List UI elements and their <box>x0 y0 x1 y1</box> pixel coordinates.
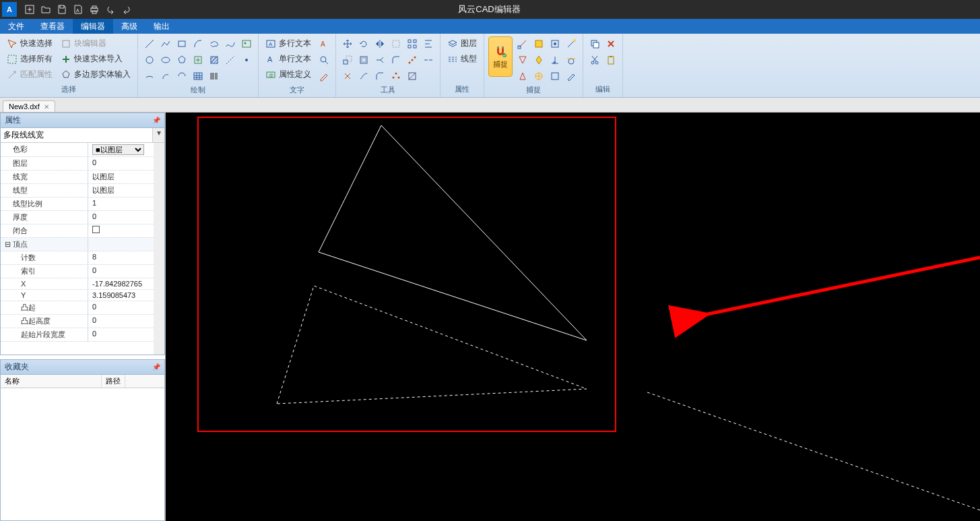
snap-perpendicular-icon[interactable] <box>548 53 562 67</box>
drawing-canvas[interactable] <box>166 113 980 521</box>
polyline-icon[interactable] <box>158 36 173 51</box>
snap-insert-icon[interactable] <box>531 69 546 84</box>
point-icon[interactable] <box>239 53 254 67</box>
undo-icon[interactable] <box>104 3 117 16</box>
closed-checkbox[interactable] <box>92 226 100 233</box>
mtext-button[interactable]: A多行文本 <box>263 36 314 51</box>
find-text-icon[interactable] <box>317 53 331 67</box>
layer-button[interactable]: 图层 <box>445 36 480 51</box>
snap-grid-icon[interactable] <box>564 69 579 84</box>
menu-editor[interactable]: 编辑器 <box>73 19 113 34</box>
rectangle-icon[interactable] <box>174 36 189 51</box>
offset-icon[interactable] <box>356 53 371 67</box>
scrollbar[interactable] <box>154 143 164 355</box>
align-icon[interactable] <box>421 36 436 51</box>
quick-select-button[interactable]: 快速选择 <box>4 36 55 51</box>
prop-row-ltscale[interactable]: 线型比例1 <box>1 197 154 211</box>
prop-row-linetype[interactable]: 线型以图层 <box>1 184 154 197</box>
table-icon[interactable] <box>191 69 205 84</box>
print-icon[interactable] <box>88 3 101 16</box>
ellipse-icon[interactable] <box>158 53 173 67</box>
menu-file[interactable]: 文件 <box>0 19 32 34</box>
break-icon[interactable] <box>421 53 436 67</box>
rotate-icon[interactable] <box>356 36 371 51</box>
divide-icon[interactable] <box>405 69 420 84</box>
attrdef-button[interactable]: @属性定义 <box>263 67 314 82</box>
array-path-icon[interactable] <box>405 53 420 67</box>
array-icon[interactable] <box>405 36 420 51</box>
snap-intersection-icon[interactable] <box>531 53 546 67</box>
prop-row-layer[interactable]: 图层0 <box>1 157 154 171</box>
delete-icon[interactable] <box>603 36 618 51</box>
fav-col-name[interactable]: 名称 <box>1 375 102 388</box>
snap-parallel-icon[interactable] <box>548 69 562 84</box>
snap-nearest-icon[interactable] <box>515 69 530 84</box>
dash-line-icon[interactable] <box>223 53 238 67</box>
prop-row-x[interactable]: X-17.842982765 <box>1 278 154 290</box>
trim-icon[interactable] <box>389 36 403 51</box>
menu-viewer[interactable]: 查看器 <box>32 19 73 34</box>
color-select[interactable]: ■以图层 <box>92 144 144 155</box>
select-all-button[interactable]: 选择所有 <box>4 52 55 66</box>
pin-icon[interactable]: 📌 <box>152 363 160 371</box>
menu-advanced[interactable]: 高级 <box>113 19 145 34</box>
block-editor-button[interactable]: 块编辑器 <box>58 36 133 51</box>
hatch-icon[interactable] <box>207 53 222 67</box>
snap-endpoint-icon[interactable] <box>515 36 530 51</box>
spline-icon[interactable] <box>223 36 238 51</box>
fillet-icon[interactable] <box>389 53 403 67</box>
close-tab-icon[interactable]: ✕ <box>44 103 49 111</box>
revcloud-icon[interactable] <box>207 36 222 51</box>
snap-center-icon[interactable] <box>548 36 562 51</box>
quick-entity-import-button[interactable]: 快速实体导入 <box>58 52 133 66</box>
explode-icon[interactable] <box>340 69 355 84</box>
snap-quadrant-icon[interactable] <box>515 53 530 67</box>
scale-icon[interactable] <box>340 53 355 67</box>
property-selector[interactable]: 多段线线宽 ▾ <box>1 128 164 143</box>
insert-block-icon[interactable] <box>191 53 205 67</box>
menu-output[interactable]: 输出 <box>145 19 178 34</box>
open-icon[interactable] <box>39 3 53 16</box>
prop-row-lineweight[interactable]: 线宽以图层 <box>1 171 154 184</box>
ellipse-arc-icon[interactable] <box>142 69 157 84</box>
snap-midpoint-icon[interactable] <box>531 36 546 51</box>
text-style-icon[interactable]: A <box>317 36 331 51</box>
extend-icon[interactable] <box>372 53 387 67</box>
prop-row-closed[interactable]: 闭合 <box>1 224 154 238</box>
redo-icon[interactable] <box>120 3 133 16</box>
move-icon[interactable] <box>340 36 355 51</box>
arc2-icon[interactable] <box>158 69 173 84</box>
snap-node-icon[interactable] <box>564 36 579 51</box>
prop-row-index[interactable]: 索引0 <box>1 265 154 278</box>
prop-row-y[interactable]: Y3.159085473 <box>1 290 154 301</box>
cut-icon[interactable] <box>587 53 602 67</box>
polygon-icon[interactable] <box>174 53 189 67</box>
linetype-button[interactable]: 线型 <box>445 52 480 66</box>
array-polar-icon[interactable] <box>389 69 403 84</box>
polygon-entity-input-button[interactable]: 多边形实体输入 <box>58 67 133 82</box>
text-edit-icon[interactable] <box>317 69 331 84</box>
snap-tangent-icon[interactable] <box>564 53 579 67</box>
prop-row-startw[interactable]: 起始片段宽度0 <box>1 328 154 342</box>
prop-row-color[interactable]: 色彩■以图层 <box>1 143 154 157</box>
save-icon[interactable] <box>55 3 69 16</box>
prop-row-vertex[interactable]: ⊟ 顶点 <box>1 238 154 251</box>
save-as-icon[interactable]: A <box>71 3 85 16</box>
circle-icon[interactable] <box>142 53 157 67</box>
dropdown-icon[interactable]: ▾ <box>152 128 164 142</box>
prop-row-thickness[interactable]: 厚度0 <box>1 211 154 224</box>
arc-icon[interactable] <box>191 36 205 51</box>
barcode-icon[interactable] <box>207 69 222 84</box>
file-tab[interactable]: New3.dxf ✕ <box>3 100 55 112</box>
new-icon[interactable] <box>23 3 36 16</box>
match-attr-button[interactable]: 匹配属性 <box>4 67 55 82</box>
pin-icon[interactable]: 📌 <box>152 117 160 124</box>
join-icon[interactable] <box>356 69 371 84</box>
fav-col-path[interactable]: 路径 <box>102 375 125 388</box>
copy-icon[interactable] <box>587 36 602 51</box>
stext-button[interactable]: A单行文本 <box>263 52 314 66</box>
prop-row-count[interactable]: 计数8 <box>1 251 154 265</box>
chamfer-icon[interactable] <box>372 69 387 84</box>
prop-row-bulgeh[interactable]: 凸起高度0 <box>1 315 154 328</box>
image-icon[interactable] <box>239 36 254 51</box>
